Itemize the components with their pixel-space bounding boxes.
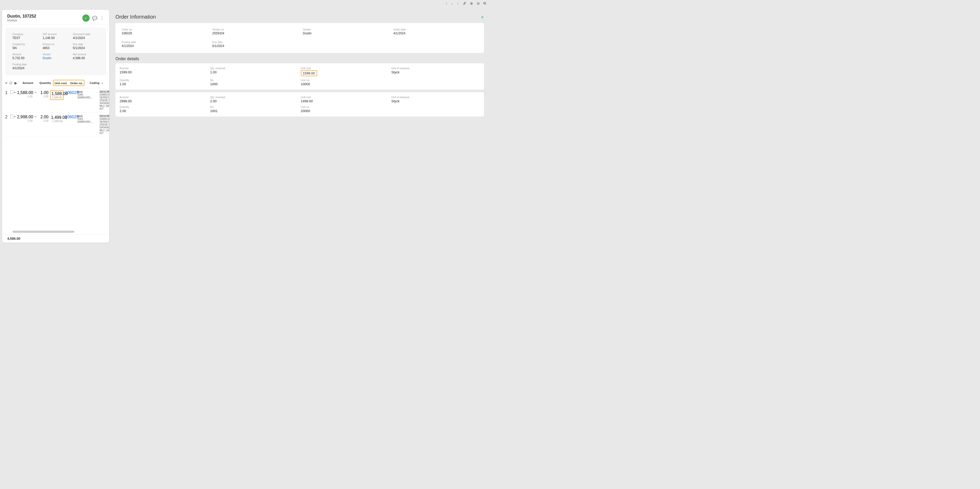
vendor-label: Vendor: [43, 53, 69, 56]
vendor-value[interactable]: Dustin: [43, 56, 69, 60]
posting-date-field: Posting date 4/1/2024: [10, 62, 41, 72]
order-vendor-value: Dustin: [303, 32, 387, 35]
detail-amount-1: Amount 1599.00: [119, 67, 208, 76]
detail-lineno-value-2: 20000: [301, 109, 390, 113]
quantity-col-header: Quantity: [40, 81, 51, 84]
order-date-field: Order date 4/1/2024: [391, 27, 480, 37]
detail-lineno-label-1: Line no.: [301, 79, 390, 82]
detail-unit-cost-value-2: 1499.00: [301, 99, 390, 103]
detail-unit-measure-1: Unit of measure Styck: [391, 67, 480, 76]
add-amount-1[interactable]: +: [35, 91, 37, 94]
order-due-date-value: 5/1/2024: [212, 44, 297, 48]
detail-amount-value-1: 1599.00: [119, 70, 208, 74]
horizontal-scrollbar[interactable]: [2, 228, 109, 234]
row-expand-2[interactable]: ▾: [14, 115, 16, 118]
vendor-no-value: 2559334: [212, 32, 297, 35]
detail-amount-2: Amount 2998.00: [119, 96, 208, 103]
expand-icon[interactable]: ▶: [14, 81, 17, 85]
vendor-field: Vendor Dustin: [41, 51, 71, 62]
created-by-field: Created by SN: [10, 41, 41, 51]
order-due-date-field: Due date 5/1/2024: [210, 39, 299, 49]
company-field: Company TEST: [10, 31, 41, 41]
row-description-2: DESCRIPTION SAMSUNG 830 SERIES 256GB SSD…: [100, 115, 109, 135]
detail-unit-cost-label-1: Unit cost: [301, 67, 390, 70]
detail-quantity-value-1: 1.00: [119, 82, 208, 86]
row-num-1: 1: [5, 91, 9, 95]
row-checkbox-1[interactable]: [10, 91, 13, 94]
invoice-info-grid: Company TEST VAT amount 1,146.50 Documen…: [5, 28, 106, 75]
net-amount-field: Net amount 4,586.00: [71, 51, 101, 62]
detail-unit-cost-label-2: Unit cost: [301, 96, 390, 99]
posting-date-label: Posting date: [13, 63, 38, 66]
detail-no-label-2: No.: [210, 106, 299, 108]
detail-no-label-1: No.: [210, 79, 299, 82]
table-scroll-right-icon[interactable]: ›: [102, 81, 103, 85]
more-options-icon[interactable]: ⋮: [100, 16, 104, 21]
invoice-subtitle: Invoice: [7, 19, 36, 22]
posting-date-value: 4/1/2024: [13, 66, 38, 70]
detail-card-2: Amount 2998.00 Qty. received 2.00 Unit c…: [115, 92, 484, 116]
order-info-title: Order Information: [115, 14, 156, 20]
order-no-value: 106029: [122, 32, 206, 35]
detail-no-value-1: 1000: [210, 82, 299, 86]
vendor-no-field: Vendor no 2559334: [210, 27, 299, 37]
invoice-no-field: Invoice no. 4653: [41, 41, 71, 51]
filter-icon[interactable]: ≡: [5, 81, 7, 85]
arrow-down-icon[interactable]: ↓: [451, 1, 453, 5]
order-vendor-label: Vendor: [303, 28, 387, 31]
row-checkbox-2[interactable]: [10, 115, 13, 118]
row-coding-2: Item 1001 SAMSUNG...: [78, 115, 98, 123]
company-label: Company: [13, 33, 38, 36]
zoom-out-icon[interactable]: ⊖: [477, 1, 480, 5]
detail-grid-1: Amount 1599.00 Qty. received 1.00 Unit c…: [119, 67, 480, 86]
row-orderno-1: 106029: [65, 91, 76, 95]
due-date-field: Due date 5/1/2024: [71, 41, 101, 51]
order-date-label: Order date: [393, 28, 478, 31]
zoom-in-icon[interactable]: ⊕: [470, 1, 473, 5]
table-toolbar: ≡ ☑ ▶ Amount Quantity Unit cost Order no…: [5, 78, 106, 88]
detail-qty-received-value-2: 2.00: [210, 99, 299, 103]
order-info-grid: Order no. 106029 Vendor no 2559334 Vendo…: [119, 27, 480, 49]
detail-amount-label-1: Amount: [119, 67, 208, 70]
attach-icon[interactable]: 🖇: [463, 1, 466, 5]
order-due-date-label: Due date: [212, 41, 297, 44]
check-circle-icon[interactable]: ✓: [83, 14, 90, 22]
section-collapse-icon[interactable]: ∨: [481, 14, 484, 19]
invoice-title: Dustin, 107252: [7, 14, 36, 19]
vendor-no-label: Vendor no: [212, 28, 297, 31]
document-date-field: Document date 4/1/2024: [71, 31, 101, 41]
detail-no-1: No. 1000: [210, 79, 299, 86]
table-row: 1 ▾ 1,588.00 1.00 + 1.00 1.00 1,588.00 1…: [5, 88, 106, 113]
invoice-no-label: Invoice no.: [43, 43, 69, 46]
row-unitcost-1: 1,588.00 1,599.00: [50, 91, 64, 100]
document-date-label: Document date: [73, 33, 99, 36]
select-all-checkbox[interactable]: ☑: [9, 81, 13, 85]
open-external-icon[interactable]: ⧉: [484, 1, 486, 5]
detail-lineno-value-1: 10000: [301, 82, 390, 86]
detail-lineno-1: Line no. 10000: [301, 79, 390, 86]
detail-unit-measure-label-2: Unit of measure: [391, 96, 480, 99]
order-link-2[interactable]: 106029: [65, 115, 79, 119]
detail-unit-cost-2: Unit cost 1499.00: [301, 96, 390, 103]
add-amount-2[interactable]: +: [35, 115, 37, 119]
order-info-panel: Order Information ∨ Order no. 106029 Ven…: [111, 10, 488, 242]
detail-no-value-2: 1001: [210, 109, 299, 113]
order-link-1[interactable]: 106029: [65, 91, 79, 95]
row-description-1: DESCRIPTION SAMSUNG 830 SERIES 256GB SSD…: [100, 91, 109, 110]
order-no-field: Order no. 106029: [119, 27, 208, 37]
document-date-value: 4/1/2024: [73, 36, 99, 40]
order-details-title: Order details: [115, 57, 484, 61]
compress-icon[interactable]: ⤡: [457, 2, 459, 5]
detail-unit-cost-value-1: 1599.00: [301, 70, 317, 76]
row-coding-1: Item 1000 SAMSUNG...: [78, 91, 98, 99]
order-posting-date-field: Posting date 4/1/2024: [119, 39, 208, 49]
row-controls-1: ▾: [10, 91, 16, 94]
message-icon[interactable]: 💬: [92, 16, 97, 21]
arrow-up-icon[interactable]: ↑: [446, 1, 447, 5]
detail-card-1: Amount 1599.00 Qty. received 1.00 Unit c…: [115, 63, 484, 90]
due-date-value: 5/1/2024: [73, 46, 99, 50]
header-actions: ✓ 💬 ⋮: [83, 14, 104, 22]
detail-qty-received-label-1: Qty. received: [210, 67, 299, 70]
row-controls-2: ▾: [10, 115, 16, 118]
row-expand-1[interactable]: ▾: [14, 91, 16, 94]
